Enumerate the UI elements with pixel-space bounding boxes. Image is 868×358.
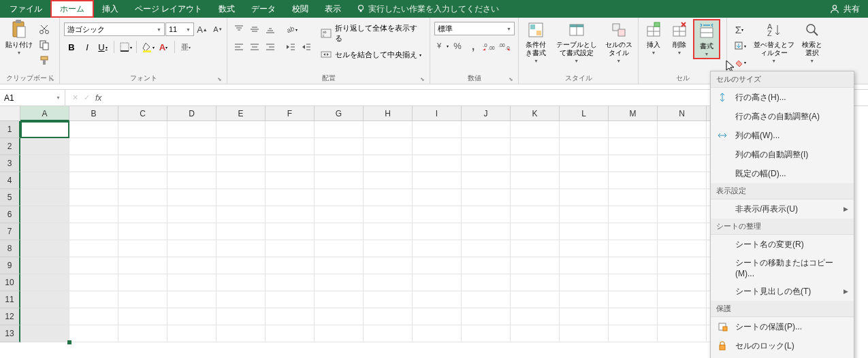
increase-decimal-button[interactable]: .0.00 — [481, 38, 496, 53]
cell[interactable] — [315, 189, 364, 206]
cell[interactable] — [658, 274, 707, 291]
cell[interactable] — [413, 121, 462, 138]
clear-button[interactable]: ▾ — [730, 54, 749, 69]
cell[interactable] — [609, 189, 658, 206]
row-header[interactable]: 8 — [0, 240, 20, 257]
row-header[interactable]: 13 — [0, 325, 20, 342]
cell[interactable] — [315, 172, 364, 189]
cell[interactable] — [658, 189, 707, 206]
cell[interactable] — [658, 121, 707, 138]
cell[interactable] — [69, 172, 118, 189]
cell[interactable] — [118, 308, 167, 325]
cell[interactable] — [118, 189, 167, 206]
cell[interactable] — [609, 206, 658, 223]
autosum-button[interactable]: Σ▾ — [730, 22, 749, 37]
cell[interactable] — [462, 155, 511, 172]
decrease-font-button[interactable]: A▼ — [210, 22, 225, 37]
font-launcher[interactable]: ⬊ — [216, 76, 223, 83]
cell[interactable] — [69, 155, 118, 172]
active-cell[interactable] — [20, 121, 69, 138]
cell[interactable] — [20, 223, 69, 240]
column-header[interactable]: N — [658, 106, 707, 121]
cell[interactable] — [364, 325, 413, 342]
format-painter-button[interactable] — [37, 53, 52, 68]
cell[interactable] — [118, 155, 167, 172]
percent-button[interactable]: % — [450, 38, 465, 53]
cell[interactable] — [413, 274, 462, 291]
cell[interactable] — [266, 240, 315, 257]
cell[interactable] — [511, 138, 560, 155]
cell[interactable] — [609, 121, 658, 138]
cell[interactable] — [315, 155, 364, 172]
cell[interactable] — [462, 308, 511, 325]
align-left-button[interactable] — [231, 39, 246, 54]
cell[interactable] — [266, 172, 315, 189]
cell[interactable] — [462, 274, 511, 291]
cell[interactable] — [266, 223, 315, 240]
cell[interactable] — [609, 138, 658, 155]
cell[interactable] — [315, 257, 364, 274]
cell[interactable] — [216, 121, 266, 138]
dd-autofit-row-height[interactable]: 行の高さの自動調整(A) — [711, 107, 854, 126]
cell[interactable] — [560, 155, 609, 172]
cell[interactable] — [658, 257, 707, 274]
cell[interactable] — [216, 138, 266, 155]
cell[interactable] — [20, 189, 69, 206]
cell[interactable] — [658, 308, 707, 325]
cell[interactable] — [413, 172, 462, 189]
column-header[interactable]: J — [462, 106, 511, 121]
cell[interactable] — [266, 138, 315, 155]
row-header[interactable]: 6 — [0, 206, 20, 223]
cell[interactable] — [266, 291, 315, 308]
cell[interactable] — [511, 240, 560, 257]
increase-indent-button[interactable] — [299, 39, 314, 54]
align-bottom-button[interactable] — [263, 22, 278, 37]
phonetic-button[interactable]: 亜▾ — [178, 39, 193, 54]
cell[interactable] — [216, 206, 266, 223]
cell[interactable] — [658, 223, 707, 240]
font-size-combo[interactable]: 11▼ — [165, 22, 194, 36]
cell[interactable] — [118, 325, 167, 342]
cell[interactable] — [69, 121, 118, 138]
cell[interactable] — [167, 308, 216, 325]
cell[interactable] — [413, 223, 462, 240]
select-all-corner[interactable] — [0, 106, 20, 121]
tab-formulas[interactable]: 数式 — [210, 0, 243, 18]
cell[interactable] — [315, 121, 364, 138]
cell[interactable] — [315, 308, 364, 325]
cell[interactable] — [118, 121, 167, 138]
dd-hide-unhide[interactable]: 非表示/再表示(U)▶ — [711, 199, 854, 218]
cell[interactable] — [266, 308, 315, 325]
merge-center-button[interactable]: セルを結合して中央揃え ▾ — [318, 48, 425, 61]
tab-insert[interactable]: 挿入 — [94, 0, 127, 18]
column-header[interactable]: C — [118, 106, 167, 121]
cell[interactable] — [167, 155, 216, 172]
cell[interactable] — [216, 223, 266, 240]
cell[interactable] — [20, 308, 69, 325]
cell[interactable] — [167, 291, 216, 308]
dd-rename-sheet[interactable]: シート名の変更(R) — [711, 235, 854, 254]
dd-move-copy-sheet[interactable]: シートの移動またはコピー(M)... — [711, 254, 854, 282]
format-cells-button[interactable]: 書式▼ — [693, 19, 720, 59]
cell[interactable] — [20, 206, 69, 223]
row-header[interactable]: 10 — [0, 274, 20, 291]
column-header[interactable]: E — [216, 106, 266, 121]
cell[interactable] — [511, 223, 560, 240]
cell[interactable] — [413, 206, 462, 223]
align-center-button[interactable] — [247, 39, 262, 54]
row-header[interactable]: 5 — [0, 189, 20, 206]
comma-button[interactable]: , — [466, 38, 481, 53]
dd-tab-color[interactable]: シート見出しの色(T)▶ — [711, 282, 854, 301]
cell[interactable] — [167, 138, 216, 155]
cell[interactable] — [609, 155, 658, 172]
cell[interactable] — [118, 172, 167, 189]
cell[interactable] — [364, 121, 413, 138]
tab-view[interactable]: 表示 — [317, 0, 349, 18]
orientation-button[interactable]: ab▾ — [283, 22, 298, 37]
cell[interactable] — [462, 240, 511, 257]
cell[interactable] — [216, 257, 266, 274]
row-header[interactable]: 12 — [0, 308, 20, 325]
cell[interactable] — [609, 240, 658, 257]
cell[interactable] — [266, 257, 315, 274]
font-name-combo[interactable]: 游ゴシック▼ — [64, 22, 165, 36]
